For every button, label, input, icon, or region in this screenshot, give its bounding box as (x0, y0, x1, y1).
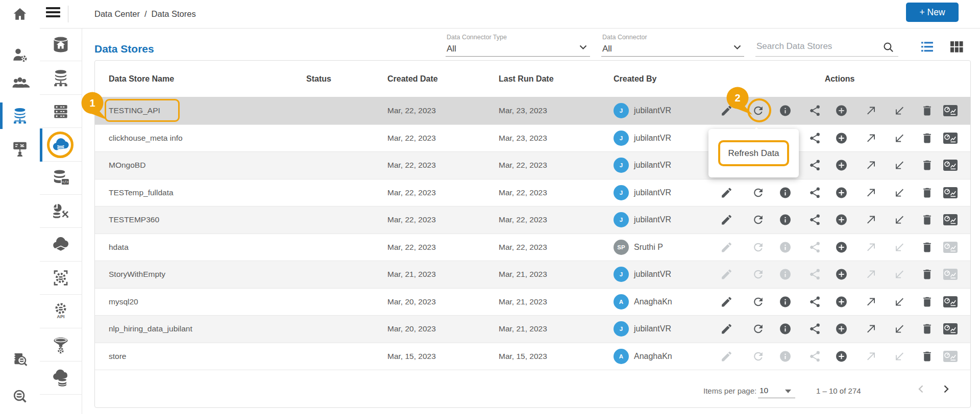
add-icon[interactable] (835, 105, 848, 117)
delete-icon[interactable] (921, 241, 934, 253)
delete-icon[interactable] (921, 268, 934, 281)
search-input[interactable] (755, 41, 880, 52)
add-icon[interactable] (835, 323, 848, 335)
refresh-icon[interactable] (752, 350, 765, 363)
data-profile-icon[interactable] (943, 351, 958, 362)
edit-icon[interactable] (720, 186, 733, 199)
sidebar-item-home[interactable] (0, 0, 40, 29)
import-icon[interactable] (893, 105, 906, 117)
info-icon[interactable] (779, 268, 792, 281)
refresh-icon[interactable] (752, 214, 765, 226)
import-icon[interactable] (893, 214, 906, 226)
sidebar2-item-data-center-home[interactable] (40, 28, 82, 61)
menu-icon[interactable] (46, 7, 60, 19)
connector-filter[interactable]: Data Connector All (601, 34, 744, 57)
import-icon[interactable] (893, 350, 906, 363)
refresh-icon[interactable] (752, 323, 765, 335)
items-per-page-caret-icon[interactable] (785, 390, 791, 396)
connector-type-filter[interactable]: Data Connector Type All (446, 34, 590, 57)
add-icon[interactable] (835, 241, 848, 253)
breadcrumb-parent[interactable]: Data Center (94, 9, 140, 19)
add-icon[interactable] (835, 132, 848, 144)
open-external-icon[interactable] (865, 159, 877, 172)
share-icon[interactable] (808, 295, 821, 308)
open-external-icon[interactable] (865, 186, 877, 199)
import-icon[interactable] (893, 268, 906, 281)
list-view-icon[interactable] (921, 41, 934, 53)
previous-page-icon[interactable] (917, 384, 926, 394)
edit-icon[interactable] (720, 268, 733, 281)
info-icon[interactable] (779, 241, 792, 253)
share-icon[interactable] (808, 214, 821, 226)
sidebar2-item-cloud-database[interactable] (40, 361, 82, 395)
data-profile-icon[interactable] (943, 269, 958, 280)
new-button[interactable]: + New (906, 3, 959, 22)
table-row[interactable]: mysql20 Mar, 20, 2023 Mar, 21, 2023 A An… (95, 289, 970, 316)
share-icon[interactable] (808, 241, 821, 253)
open-external-icon[interactable] (865, 214, 877, 226)
table-row[interactable]: nlp_hiring_data_jubilant Mar, 20, 2023 M… (95, 316, 970, 343)
open-external-icon[interactable] (865, 268, 877, 281)
table-row[interactable]: hdata Mar, 22, 2023 Mar, 22, 2023 SP Sru… (95, 234, 970, 262)
import-icon[interactable] (893, 323, 906, 335)
info-icon[interactable] (779, 350, 792, 363)
edit-icon[interactable] (720, 214, 733, 226)
delete-icon[interactable] (921, 132, 934, 144)
sidebar2-item-servers[interactable] (40, 95, 82, 128)
data-profile-icon[interactable] (943, 323, 958, 334)
data-profile-icon[interactable] (943, 214, 958, 225)
import-icon[interactable] (893, 186, 906, 199)
import-icon[interactable] (893, 295, 906, 308)
open-external-icon[interactable] (865, 132, 877, 144)
delete-icon[interactable] (921, 323, 934, 335)
search-icon[interactable] (882, 41, 895, 54)
edit-icon[interactable] (720, 323, 733, 335)
add-icon[interactable] (835, 159, 848, 172)
data-profile-icon[interactable] (943, 187, 958, 198)
sidebar-item-user-groups[interactable] (0, 68, 40, 97)
sidebar2-item-api-services[interactable]: API (40, 295, 82, 328)
refresh-icon[interactable] (752, 241, 765, 253)
open-external-icon[interactable] (865, 323, 877, 335)
data-profile-icon[interactable] (943, 242, 958, 253)
open-external-icon[interactable] (865, 105, 877, 117)
next-page-icon[interactable] (941, 384, 950, 394)
open-external-icon[interactable] (865, 350, 877, 363)
delete-icon[interactable] (921, 186, 934, 199)
import-icon[interactable] (893, 132, 906, 144)
share-icon[interactable] (808, 159, 821, 172)
share-icon[interactable] (808, 323, 821, 335)
data-profile-icon[interactable] (943, 133, 958, 144)
sidebar2-item-data-engine[interactable] (40, 262, 82, 295)
edit-icon[interactable] (720, 295, 733, 308)
refresh-icon[interactable] (752, 186, 765, 199)
data-profile-icon[interactable] (943, 160, 958, 171)
add-icon[interactable] (835, 214, 848, 226)
table-row[interactable]: StoryWithEmpty Mar, 21, 2023 Mar, 21, 20… (95, 261, 970, 289)
import-icon[interactable] (893, 241, 906, 253)
info-icon[interactable] (779, 105, 792, 117)
sidebar-item-user-settings[interactable] (0, 41, 40, 69)
table-row[interactable]: TESTemp_fulldata Mar, 22, 2023 Mar, 22, … (95, 179, 970, 207)
edit-icon[interactable] (720, 350, 733, 363)
add-icon[interactable] (835, 350, 848, 363)
sidebar-item-presentations[interactable] (0, 134, 40, 163)
delete-icon[interactable] (921, 295, 934, 308)
table-row[interactable]: TESTEMP360 Mar, 22, 2023 Mar, 22, 2023 J… (95, 206, 970, 234)
share-icon[interactable] (808, 268, 821, 281)
add-icon[interactable] (835, 186, 848, 199)
sidebar2-item-databases[interactable] (40, 61, 82, 94)
share-icon[interactable] (808, 186, 821, 199)
grid-view-icon[interactable] (950, 41, 963, 53)
edit-icon[interactable] (720, 241, 733, 253)
refresh-icon[interactable] (752, 268, 765, 281)
sidebar2-item-dataset-code[interactable]: </> (40, 162, 82, 195)
delete-icon[interactable] (921, 159, 934, 172)
table-row[interactable]: MOngoBD Mar, 22, 2023 Mar, 22, 2023 J ju… (95, 152, 970, 179)
info-icon[interactable] (779, 323, 792, 335)
share-icon[interactable] (808, 132, 821, 144)
data-profile-icon[interactable] (943, 296, 958, 307)
items-per-page-value[interactable]: 10 (760, 386, 768, 395)
open-external-icon[interactable] (865, 295, 877, 308)
sidebar-item-data-search[interactable] (0, 382, 40, 410)
